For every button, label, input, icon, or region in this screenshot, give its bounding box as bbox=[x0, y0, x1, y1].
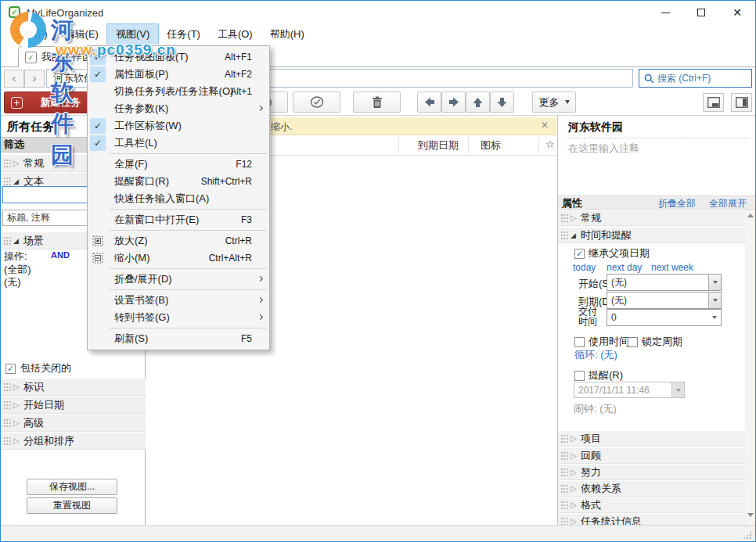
prop-section-dependencies[interactable]: ▷ 依赖关系 bbox=[558, 481, 745, 497]
collapsed-arrow-icon[interactable]: ▷ bbox=[13, 382, 23, 391]
menu-item-toggle-list-notes[interactable]: 切换任务列表/任务注释(O) Alt+1 bbox=[88, 83, 269, 100]
prop-section-general[interactable]: ▷ 常规 bbox=[558, 210, 745, 226]
complete-task-button[interactable] bbox=[293, 92, 340, 113]
toggle-properties-panel-button[interactable] bbox=[731, 93, 752, 112]
operation-value[interactable]: AND bbox=[51, 250, 70, 260]
forward-button[interactable]: › bbox=[24, 70, 45, 88]
collapsed-arrow-icon[interactable]: ▷ bbox=[571, 484, 581, 493]
drag-handle-icon[interactable] bbox=[3, 177, 11, 186]
menu-item-goto-bookmark[interactable]: 转到书签(G) bbox=[88, 309, 269, 326]
collapsed-arrow-icon[interactable]: ▷ bbox=[571, 501, 581, 509]
section-grouping[interactable]: ▷ 分组和排序 bbox=[1, 433, 146, 450]
expanded-arrow-icon[interactable]: ◢ bbox=[13, 237, 23, 245]
menu-item-rapid-task-entry[interactable]: 快速任务输入窗口(A) bbox=[88, 190, 269, 207]
menu-item-task-parameters[interactable]: 任务参数(K) bbox=[88, 100, 269, 117]
move-left-button[interactable] bbox=[417, 92, 441, 113]
collapse-all-link[interactable]: 折叠全部 bbox=[658, 197, 696, 210]
checkbox-icon[interactable] bbox=[628, 337, 638, 347]
menu-tools[interactable]: 工具(O) bbox=[209, 24, 261, 45]
menu-item-set-bookmark[interactable]: 设置书签(B) bbox=[88, 292, 269, 309]
drag-handle-icon[interactable] bbox=[560, 231, 568, 240]
close-button[interactable]: ✕ bbox=[719, 1, 755, 24]
column-divider[interactable] bbox=[468, 137, 469, 153]
quick-next-day-link[interactable]: next day bbox=[607, 262, 642, 273]
menu-item-collapse-expand[interactable]: 折叠/展开(D) bbox=[88, 271, 269, 288]
collapsed-arrow-icon[interactable]: ▷ bbox=[571, 468, 581, 476]
menu-view[interactable]: 视图(V) bbox=[107, 24, 158, 45]
checkbox-icon[interactable] bbox=[574, 337, 585, 347]
menu-item-properties-panel[interactable]: ✓ 属性面板(P) Alt+F2 bbox=[88, 66, 269, 83]
column-divider[interactable] bbox=[538, 137, 539, 153]
expanded-arrow-icon[interactable]: ◢ bbox=[571, 232, 581, 239]
maximize-button[interactable] bbox=[683, 1, 719, 24]
collapsed-arrow-icon[interactable]: ▷ bbox=[13, 159, 23, 167]
menu-item-toolbar[interactable]: ✓ 工具栏(L) bbox=[88, 135, 269, 152]
menu-item-refresh[interactable]: 刷新(S) F5 bbox=[88, 330, 269, 347]
drag-handle-icon[interactable] bbox=[560, 214, 568, 223]
drag-handle-icon[interactable] bbox=[560, 451, 568, 461]
column-star[interactable]: ☆ bbox=[545, 138, 555, 150]
menu-help[interactable]: 帮助(H) bbox=[261, 24, 313, 45]
menu-task[interactable]: 任务(T) bbox=[158, 24, 209, 45]
menu-item-full-screen[interactable]: 全屏(F) F12 bbox=[88, 156, 269, 173]
prop-section-project[interactable]: ▷ 项目 bbox=[558, 431, 745, 447]
move-right-button[interactable] bbox=[441, 92, 466, 113]
prop-section-time-reminders[interactable]: ◢ 时间和提醒 bbox=[558, 228, 745, 243]
more-button[interactable]: 更多 bbox=[532, 92, 576, 113]
checkbox-checked-icon[interactable]: ✓ bbox=[574, 249, 585, 259]
quick-today-link[interactable]: today bbox=[573, 262, 596, 273]
reminder-checkbox[interactable]: 提醒(R) bbox=[574, 368, 623, 382]
chevron-down-icon[interactable] bbox=[708, 275, 721, 290]
start-date-combo[interactable]: (无) bbox=[607, 274, 722, 291]
inherit-dates-row[interactable]: ✓ 继承父项日期 bbox=[574, 246, 650, 260]
drag-handle-icon[interactable] bbox=[3, 236, 11, 246]
prop-section-effort[interactable]: ▷ 努力 bbox=[558, 465, 745, 480]
move-up-button[interactable] bbox=[466, 92, 490, 113]
scene-value-none[interactable]: (无) bbox=[4, 275, 21, 289]
collapsed-arrow-icon[interactable]: ▷ bbox=[13, 418, 23, 427]
collapsed-arrow-icon[interactable]: ▷ bbox=[13, 436, 23, 445]
scroll-down-icon[interactable] bbox=[747, 513, 754, 517]
collapsed-arrow-icon[interactable]: ▷ bbox=[571, 434, 581, 443]
expanded-arrow-icon[interactable]: ◢ bbox=[13, 178, 23, 185]
menu-item-zoom-in[interactable]: 放大(Z) Ctrl+R bbox=[88, 232, 269, 249]
close-icon[interactable]: ✕ bbox=[541, 120, 549, 131]
lead-time-combo[interactable]: 0 bbox=[607, 309, 722, 326]
chevron-down-icon[interactable] bbox=[708, 310, 721, 325]
search-input[interactable] bbox=[657, 73, 743, 84]
chevron-down-icon[interactable] bbox=[708, 293, 721, 308]
collapsed-arrow-icon[interactable]: ▷ bbox=[13, 400, 23, 409]
recurrence-link[interactable]: 循环: (无) bbox=[574, 348, 617, 362]
prop-section-format[interactable]: ▷ 格式 bbox=[558, 497, 745, 513]
include-closed-row[interactable]: ✓ 包括关闭的 bbox=[5, 361, 71, 375]
menu-file[interactable]: 文件(F) bbox=[5, 24, 56, 45]
move-down-button[interactable] bbox=[490, 92, 514, 113]
delete-task-button[interactable] bbox=[353, 92, 401, 113]
drag-handle-icon[interactable] bbox=[3, 159, 11, 168]
menu-item-workspace-tabs[interactable]: ✓ 工作区标签(W) bbox=[88, 117, 269, 135]
menu-item-open-in-new-window[interactable]: 在新窗口中打开(E) F3 bbox=[88, 211, 269, 228]
checkbox-icon[interactable] bbox=[574, 371, 585, 381]
drag-handle-icon[interactable] bbox=[560, 501, 568, 510]
menu-item-task-view-panel[interactable]: ✓ 任务视图面板(T) Alt+F1 bbox=[88, 48, 269, 66]
drag-handle-icon[interactable] bbox=[560, 484, 568, 494]
prop-section-review[interactable]: ▷ 回顾 bbox=[558, 448, 745, 464]
collapsed-arrow-icon[interactable]: ▷ bbox=[571, 214, 581, 222]
section-advanced[interactable]: ▷ 高级 bbox=[1, 415, 146, 432]
scroll-up-icon[interactable] bbox=[747, 214, 754, 217]
drag-handle-icon[interactable] bbox=[3, 400, 11, 410]
drag-handle-icon[interactable] bbox=[3, 382, 11, 392]
drag-handle-icon[interactable] bbox=[3, 418, 11, 428]
drag-handle-icon[interactable] bbox=[560, 468, 568, 477]
drag-handle-icon[interactable] bbox=[560, 434, 568, 443]
checkbox-checked-icon[interactable]: ✓ bbox=[5, 364, 16, 374]
due-date-combo[interactable]: (无) bbox=[607, 292, 722, 309]
back-button[interactable]: ‹ bbox=[4, 70, 24, 88]
column-divider[interactable] bbox=[398, 137, 399, 153]
menu-item-reminder-window[interactable]: 提醒窗口(R) Shift+Ctrl+R bbox=[88, 173, 269, 190]
properties-scrollbar[interactable] bbox=[745, 210, 756, 525]
use-time-checkbox[interactable]: 使用时间 bbox=[574, 335, 629, 349]
collapsed-arrow-icon[interactable]: ▷ bbox=[571, 451, 581, 460]
toggle-notes-panel-button[interactable] bbox=[703, 93, 724, 112]
drag-handle-icon[interactable] bbox=[3, 436, 11, 446]
